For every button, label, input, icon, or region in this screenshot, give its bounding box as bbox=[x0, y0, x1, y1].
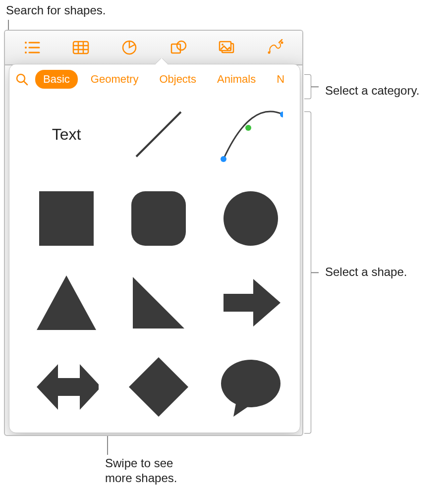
shape-speech-bubble[interactable] bbox=[219, 355, 283, 419]
shape-right-triangle[interactable] bbox=[126, 271, 191, 335]
shape-text[interactable]: Text bbox=[34, 102, 99, 166]
shape-square[interactable] bbox=[34, 186, 99, 251]
shape-triangle[interactable] bbox=[34, 271, 99, 335]
popover-arrow bbox=[156, 58, 168, 64]
shape-arrow-right[interactable] bbox=[219, 271, 283, 335]
callout-category: Select a category. bbox=[325, 83, 419, 98]
svg-point-33 bbox=[221, 360, 280, 407]
svg-point-0 bbox=[25, 42, 27, 44]
svg-point-24 bbox=[280, 111, 283, 117]
category-objects[interactable]: Objects bbox=[151, 70, 204, 89]
svg-point-27 bbox=[224, 191, 278, 246]
shape-double-arrow[interactable] bbox=[34, 355, 99, 419]
svg-rect-12 bbox=[171, 44, 180, 53]
shape-diamond[interactable] bbox=[126, 355, 191, 419]
callout-bracket-shape bbox=[304, 111, 311, 434]
svg-marker-30 bbox=[224, 279, 280, 327]
callout-bracket-category bbox=[304, 74, 311, 99]
svg-point-23 bbox=[245, 125, 251, 131]
toolbar bbox=[5, 31, 302, 65]
app-window: Basic Geometry Objects Animals N Text bbox=[4, 30, 303, 436]
category-row: Basic Geometry Objects Animals N bbox=[9, 64, 300, 94]
svg-line-21 bbox=[136, 112, 181, 157]
svg-marker-29 bbox=[133, 277, 184, 329]
category-more[interactable]: N bbox=[269, 70, 284, 89]
svg-point-4 bbox=[25, 52, 27, 54]
svg-rect-25 bbox=[39, 191, 94, 246]
text-shape-label: Text bbox=[52, 125, 81, 144]
search-icon[interactable] bbox=[13, 71, 30, 88]
svg-point-22 bbox=[221, 156, 226, 162]
callout-search: Search for shapes. bbox=[6, 3, 106, 18]
category-basic[interactable]: Basic bbox=[35, 70, 78, 89]
toolbar-draw-button[interactable] bbox=[263, 36, 287, 59]
svg-marker-32 bbox=[129, 357, 188, 417]
toolbar-list-button[interactable] bbox=[20, 36, 44, 59]
svg-point-2 bbox=[25, 47, 27, 49]
svg-point-16 bbox=[222, 44, 224, 46]
toolbar-chart-button[interactable] bbox=[117, 36, 141, 59]
svg-point-17 bbox=[269, 52, 270, 54]
svg-point-13 bbox=[177, 41, 186, 50]
shapes-popover: Basic Geometry Objects Animals N Text bbox=[9, 64, 300, 433]
shapes-grid: Text bbox=[9, 99, 300, 433]
svg-line-20 bbox=[24, 81, 27, 85]
toolbar-table-button[interactable] bbox=[69, 36, 93, 59]
svg-rect-26 bbox=[131, 191, 186, 246]
toolbar-media-button[interactable] bbox=[215, 36, 238, 59]
shape-circle[interactable] bbox=[219, 186, 283, 251]
category-animals[interactable]: Animals bbox=[209, 70, 264, 89]
shape-rounded-square[interactable] bbox=[126, 186, 191, 251]
callout-swipe: Swipe to see more shapes. bbox=[105, 456, 177, 486]
toolbar-shape-button[interactable] bbox=[166, 36, 190, 59]
svg-marker-31 bbox=[37, 364, 99, 410]
svg-marker-28 bbox=[37, 275, 96, 330]
category-geometry[interactable]: Geometry bbox=[83, 70, 147, 89]
shape-curve[interactable] bbox=[219, 102, 283, 166]
callout-shape: Select a shape. bbox=[325, 265, 407, 279]
svg-marker-34 bbox=[233, 403, 251, 417]
shape-line[interactable] bbox=[126, 102, 191, 166]
svg-rect-6 bbox=[73, 42, 88, 54]
svg-point-18 bbox=[281, 42, 283, 44]
